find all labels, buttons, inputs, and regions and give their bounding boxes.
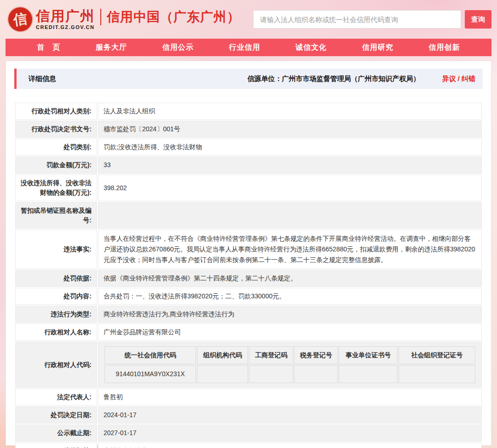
table-row: 处罚类别: 罚款;没收违法所得、没收非法财物 <box>15 139 482 156</box>
page-title: 详细信息 <box>29 75 56 83</box>
table-row: 行政处罚相对人类别: 法人及非法人组织 <box>15 103 482 120</box>
search-button[interactable]: 查询 <box>465 10 491 29</box>
nav-item-industry-credit[interactable]: 行业信用 <box>229 43 260 52</box>
row-label: 违法行为类型: <box>15 306 97 323</box>
table-row-codes: 行政相对人代码: 统一社会信用代码 组织机构代码 工商登记码 税务登记号 事业单… <box>15 342 482 388</box>
table-row: 暂扣或吊销证照名称及编号: <box>15 202 482 229</box>
main-nav: 首 页 服务大厅 信用公示 行业信用 诚信文化 信用研究 信用创新 <box>6 39 491 56</box>
page: 信 信用广州 CREDIT.GZ.GOV.CN 信用中国（广东广州） 查询 首 … <box>0 0 497 448</box>
code-value <box>399 365 475 383</box>
code-value <box>339 365 397 383</box>
row-label: 处罚决定日期: <box>15 407 97 424</box>
site-title: 信用中国（广东广州） <box>107 8 240 26</box>
table-row: 没收违法所得、没收非法财物的金额(万元): 398.202 <box>15 175 482 201</box>
row-value: 2024-01-17 <box>98 407 482 424</box>
code-col-header: 统一社会信用代码 <box>104 346 196 364</box>
row-label: 罚款金额(万元): <box>15 157 97 174</box>
row-label: 处罚机关: <box>15 442 97 448</box>
row-value: 法人及非法人组织 <box>98 103 482 120</box>
table-row: 处罚机关: 广州市市场监督管理局 <box>15 442 482 448</box>
site-logo[interactable]: 信 信用广州 CREDIT.GZ.GOV.CN 信用中国（广东广州） <box>8 7 240 31</box>
code-col-header: 社会组织登记证号 <box>399 346 475 364</box>
seal-character: 信 <box>12 9 28 30</box>
row-value: 穗市监处罚〔2024〕001号 <box>98 121 482 138</box>
table-row: 公示截止期: 2027-01-17 <box>15 425 482 442</box>
row-value: 商业特许经营违法行为,商业特许经营违法行为 <box>98 306 482 323</box>
row-value <box>98 202 482 229</box>
code-value: 91440101MA9Y0X231X <box>104 365 196 383</box>
logo-divider <box>100 9 101 25</box>
row-value: 广州市市场监督管理局 <box>98 442 482 448</box>
search-box: 查询 <box>253 10 491 29</box>
table-row: 行政处罚决定书文号: 穗市监处罚〔2024〕001号 <box>15 121 482 138</box>
table-row: 处罚依据: 依据《商业特许经营管理条例》第二十四条规定，第二十八条规定。 <box>15 270 482 287</box>
row-label: 行政相对人名称: <box>15 324 97 341</box>
row-label: 行政处罚相对人类别: <box>15 103 97 120</box>
code-table: 统一社会信用代码 组织机构代码 工商登记码 税务登记号 事业单位证书号 社会组织… <box>104 345 476 384</box>
row-label: 处罚依据: <box>15 270 97 287</box>
row-value: 合共处罚：一、没收违法所得3982020元；二、罚款330000元。 <box>98 288 482 305</box>
table-row: 法定代表人: 鲁胜初 <box>15 389 482 406</box>
row-label: 行政处罚决定书文号: <box>15 121 97 138</box>
table-row: 处罚内容: 合共处罚：一、没收违法所得3982020元；二、罚款330000元。 <box>15 288 482 305</box>
row-value: 统一社会信用代码 组织机构代码 工商登记码 税务登记号 事业单位证书号 社会组织… <box>98 342 482 388</box>
accent-bar <box>14 69 17 89</box>
row-value: 2027-01-17 <box>98 425 482 442</box>
row-label: 暂扣或吊销证照名称及编号: <box>15 202 97 229</box>
row-label: 公示截止期: <box>15 425 97 442</box>
code-col-header: 事业单位证书号 <box>339 346 397 364</box>
row-value: 罚款;没收违法所得、没收非法财物 <box>98 139 482 156</box>
code-table-header-row: 统一社会信用代码 组织机构代码 工商登记码 税务登记号 事业单位证书号 社会组织… <box>104 346 475 364</box>
row-label: 违法事实: <box>15 230 97 269</box>
row-value: 广州金莎品牌运营有限公司 <box>98 324 482 341</box>
nav-item-service-hall[interactable]: 服务大厅 <box>96 43 127 52</box>
row-value: 鲁胜初 <box>98 389 482 406</box>
site-domain: CREDIT.GZ.GOV.CN <box>36 24 95 30</box>
seal-logo-icon: 信 <box>7 6 34 33</box>
nav-item-credit-innovation[interactable]: 信用创新 <box>429 43 460 52</box>
nav-item-home[interactable]: 首 页 <box>37 43 60 52</box>
code-col-header: 税务登记号 <box>294 346 338 364</box>
logo-text: 信用广州 CREDIT.GZ.GOV.CN <box>36 9 95 30</box>
code-col-header: 组织机构代码 <box>197 346 248 364</box>
table-row: 违法行为类型: 商业特许经营违法行为,商业特许经营违法行为 <box>15 306 482 323</box>
nav-item-credit-research[interactable]: 信用研究 <box>362 43 393 52</box>
code-value <box>294 365 338 383</box>
table-row: 罚款金额(万元): 33 <box>15 157 482 174</box>
site-header: 信 信用广州 CREDIT.GZ.GOV.CN 信用中国（广东广州） 查询 <box>0 0 497 39</box>
source-unit: 信源单位：广州市市场监督管理局（广州市知识产权局） <box>247 75 420 83</box>
row-label: 没收违法所得、没收非法财物的金额(万元): <box>15 175 97 201</box>
detail-table: 行政处罚相对人类别: 法人及非法人组织 行政处罚决定书文号: 穗市监处罚〔202… <box>14 102 483 448</box>
nav-item-integrity-culture[interactable]: 诚信文化 <box>295 43 327 52</box>
code-value <box>197 365 248 383</box>
table-row: 处罚决定日期: 2024-01-17 <box>15 407 482 424</box>
detail-card: 详细信息 信源单位：广州市市场监督管理局（广州市知识产权局） 异议 / 纠错 行… <box>6 61 491 446</box>
row-label: 行政相对人代码: <box>15 342 97 388</box>
row-value: 当事人在经营过程中，在不符合《商业特许经营管理条例》第七条规定的条件下开展商业特… <box>98 230 482 269</box>
appeal-link[interactable]: 异议 / 纠错 <box>442 75 475 83</box>
row-label: 法定代表人: <box>15 389 97 406</box>
row-label: 处罚内容: <box>15 288 97 305</box>
code-table-value-row: 91440101MA9Y0X231X <box>104 365 475 383</box>
nav-item-credit-publicity[interactable]: 信用公示 <box>162 43 194 52</box>
detail-header: 详细信息 信源单位：广州市市场监督管理局（广州市知识产权局） 异议 / 纠错 <box>14 69 483 89</box>
code-value <box>249 365 293 383</box>
code-col-header: 工商登记码 <box>249 346 293 364</box>
search-input[interactable] <box>253 10 461 29</box>
row-label: 处罚类别: <box>15 139 97 156</box>
row-value: 依据《商业特许经营管理条例》第二十四条规定，第二十八条规定。 <box>98 270 482 287</box>
table-row: 行政相对人名称: 广州金莎品牌运营有限公司 <box>15 324 482 341</box>
row-value: 33 <box>98 157 482 174</box>
site-name: 信用广州 <box>36 9 95 23</box>
row-value: 398.202 <box>98 175 482 201</box>
table-row: 违法事实: 当事人在经营过程中，在不符合《商业特许经营管理条例》第七条规定的条件… <box>15 230 482 269</box>
